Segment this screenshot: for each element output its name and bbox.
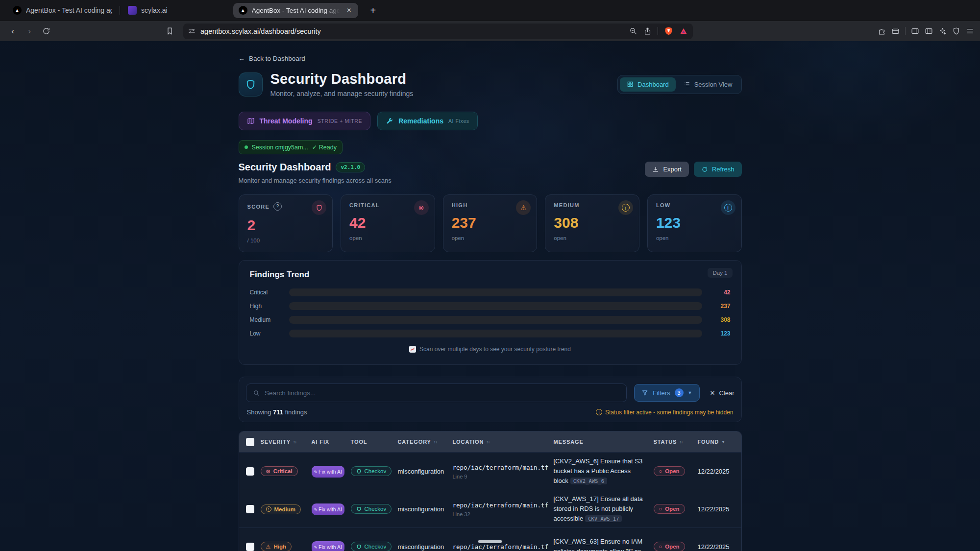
remediations-button[interactable]: Remediations AI Fixes	[377, 112, 478, 130]
search-icon	[253, 389, 260, 397]
view-toggle: Dashboard Session View	[617, 75, 741, 94]
new-tab-button[interactable]: +	[366, 5, 380, 16]
forward-button[interactable]: ›	[23, 24, 36, 38]
location-path[interactable]: repo/iac/terraform/main.tf	[453, 502, 549, 509]
status-badge: ○Open	[654, 504, 685, 514]
stat-card-score: SCORE ? 2 / 100	[239, 194, 333, 252]
exclamation-circle-icon: !	[266, 506, 271, 512]
site-settings-icon[interactable]	[188, 27, 196, 35]
tab-label: scylax.ai	[141, 6, 168, 14]
brave-rewards-icon[interactable]	[679, 27, 688, 36]
search-findings-input[interactable]	[246, 383, 627, 402]
browser-toolbar: ‹ › agentbox.scylax.ai/dashboard/securit…	[0, 21, 980, 41]
url-bar[interactable]: agentbox.scylax.ai/dashboard/security	[183, 24, 693, 39]
stat-card-medium: MEDIUM ! 308 open	[545, 194, 639, 252]
background-tab-2[interactable]: scylax.ai	[120, 0, 175, 21]
severity-badge: ⊗Critical	[261, 466, 298, 476]
share-icon[interactable]	[643, 27, 652, 35]
column-status[interactable]: STATUS↑↓	[654, 439, 698, 445]
button-label: Refresh	[712, 166, 735, 173]
scylax-icon	[128, 6, 137, 15]
column-tool[interactable]: TOOL	[351, 439, 398, 445]
wallet-icon[interactable]	[891, 27, 900, 35]
back-to-dashboard-link[interactable]: ← Back to Dashboard	[239, 55, 305, 62]
brave-shield-icon[interactable]	[664, 26, 673, 36]
back-label: Back to Dashboard	[249, 55, 305, 62]
shield-icon	[356, 469, 362, 474]
filters-button[interactable]: Filters 3 ▼	[634, 384, 699, 402]
severity-badge: ⚠High	[261, 542, 292, 551]
threat-modeling-button[interactable]: Threat Modeling STRIDE + MITRE	[239, 112, 371, 130]
status-badge: ○Open	[654, 466, 685, 476]
trend-row-medium: Medium 308	[250, 316, 731, 324]
security-dashboard-page: ← Back to Dashboard Security Dashboard M…	[0, 41, 980, 551]
horizontal-scrollbar-thumb[interactable]	[478, 540, 502, 543]
active-tab[interactable]: ▲ AgentBox - Test AI coding age ✕	[233, 3, 359, 18]
row-checkbox[interactable]	[246, 543, 254, 551]
column-ai-fix[interactable]: AI FIX	[312, 439, 351, 445]
column-severity[interactable]: SEVERITY↑↓	[261, 439, 312, 445]
findings-trend-panel: Findings Trend Day 1 Critical 42 High 23…	[239, 260, 742, 365]
tab-label: AgentBox - Test AI coding age	[252, 7, 341, 14]
column-location[interactable]: LOCATION↑↓	[453, 439, 554, 445]
sidebar-toggle-icon[interactable]	[911, 27, 919, 35]
zoom-out-icon[interactable]	[629, 27, 637, 35]
reload-button[interactable]	[39, 24, 53, 38]
leo-ai-sparkles-icon[interactable]	[938, 27, 947, 35]
stat-value: 237	[452, 215, 529, 231]
help-icon[interactable]: ?	[273, 202, 282, 211]
stat-card-critical: CRITICAL ⊗ 42 open	[341, 194, 435, 252]
category-cell: misconfiguration	[398, 468, 453, 475]
fix-with-ai-button[interactable]: ✎Fix with AI	[312, 541, 344, 551]
reading-list-icon[interactable]	[925, 27, 933, 35]
message-cell: [CKV2_AWS_6] Ensure that S3 bucket has a…	[554, 456, 654, 486]
row-checkbox[interactable]	[246, 505, 254, 513]
stat-sublabel: open	[554, 235, 631, 241]
bar-track	[289, 302, 702, 310]
location-path[interactable]: repo/iac/terraform/main.tf	[453, 464, 549, 471]
column-category[interactable]: CATEGORY↑↓	[398, 439, 453, 445]
column-found[interactable]: FOUND▼	[698, 439, 742, 445]
stat-sublabel: open	[452, 235, 529, 241]
section-subtitle: Monitor and manage security findings acr…	[239, 177, 392, 184]
export-button[interactable]: Export	[645, 162, 689, 177]
stat-card-low: LOW i 123 open	[647, 194, 742, 252]
table-row: ⊗Critical ✎Fix with AI Checkov misconfig…	[239, 452, 741, 490]
map-icon	[247, 117, 255, 125]
extensions-puzzle-icon[interactable]	[878, 27, 886, 35]
button-label: Filters	[653, 389, 670, 397]
back-button[interactable]: ‹	[6, 24, 20, 38]
vpn-shield-icon[interactable]	[952, 27, 960, 35]
grid-icon	[627, 81, 634, 88]
shield-icon	[356, 544, 362, 550]
tab-dashboard[interactable]: Dashboard	[620, 77, 676, 92]
line-number: Line 32	[453, 511, 554, 517]
bar-track	[289, 330, 702, 337]
pencil-icon: ✎	[314, 470, 318, 475]
url-text[interactable]: agentbox.scylax.ai/dashboard/security	[200, 27, 624, 35]
search-input[interactable]	[265, 389, 620, 397]
fix-with-ai-button[interactable]: ✎Fix with AI	[312, 503, 344, 515]
sort-icon: ↑↓	[293, 439, 296, 444]
wrench-icon	[386, 117, 393, 125]
tab-session-view[interactable]: Session View	[677, 77, 739, 92]
column-message[interactable]: MESSAGE	[554, 439, 654, 445]
fix-with-ai-button[interactable]: ✎Fix with AI	[312, 466, 344, 478]
clear-filters-button[interactable]: ✕ Clear	[710, 389, 735, 397]
location-path[interactable]: repo/iac/terraform/main.tf	[453, 543, 549, 551]
stat-card-high: HIGH ⚠ 237 open	[443, 194, 538, 252]
close-tab-icon[interactable]: ✕	[344, 6, 353, 15]
row-checkbox[interactable]	[246, 467, 254, 476]
circle-icon: ○	[659, 506, 662, 512]
bookmark-icon[interactable]	[163, 24, 176, 38]
refresh-button[interactable]: Refresh	[694, 162, 742, 177]
table-row: !Medium ✎Fix with AI Checkov misconfigur…	[239, 490, 741, 527]
x-circle-icon: ⊗	[266, 469, 270, 474]
info-circle-icon: i	[596, 409, 602, 415]
select-all-checkbox[interactable]	[246, 438, 254, 446]
background-tab-1[interactable]: ▲ AgentBox - Test AI coding agents i	[5, 0, 120, 21]
tab-label: Dashboard	[637, 81, 669, 88]
sort-icon: ↑↓	[679, 439, 683, 444]
trend-value: 123	[702, 330, 731, 337]
menu-icon[interactable]	[966, 27, 974, 35]
